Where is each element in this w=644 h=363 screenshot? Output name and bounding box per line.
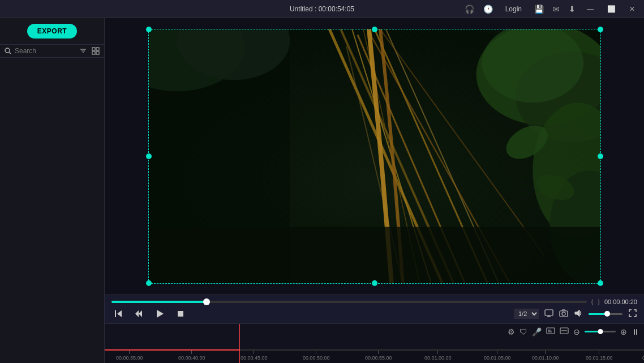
zoom-thumb[interactable] <box>598 329 603 334</box>
ruler-mark-4: 00:00:55:00 <box>365 351 392 361</box>
login-button[interactable]: Login <box>502 4 525 14</box>
skip-start-button[interactable] <box>111 308 125 319</box>
current-time: 00:00:00:20 <box>604 298 637 305</box>
fullscreen-svg <box>628 309 637 318</box>
captions-icon[interactable] <box>546 326 555 337</box>
settings-icon[interactable]: ⚙ <box>508 327 515 336</box>
ruler-mark-1: 00:00:40:00 <box>178 351 205 361</box>
zoom-slider[interactable] <box>585 331 616 332</box>
export-button[interactable]: EXPORT <box>27 24 77 39</box>
save-icon[interactable]: 💾 <box>534 5 544 14</box>
monitor-icon[interactable] <box>544 309 553 319</box>
controls-right: 1/2 1/4 1/1 <box>514 309 637 319</box>
maximize-button[interactable]: ⬜ <box>605 5 618 13</box>
ruler-mark-7: 00:01:10:00 <box>532 351 559 361</box>
preview-container <box>105 18 644 294</box>
ruler-mark-6: 00:01:05:00 <box>484 351 511 361</box>
playback-controls: { } 00:00:00:20 <box>105 294 644 323</box>
fullscreen-icon[interactable] <box>628 309 637 319</box>
search-input[interactable] <box>15 47 76 55</box>
svg-rect-8 <box>96 52 99 54</box>
ruler-mark-3: 00:00:50:00 <box>303 351 330 361</box>
close-button[interactable]: ✕ <box>627 5 637 13</box>
ruler-tick <box>191 351 192 354</box>
title-bar-center: Untitled : 00:00:54:05 <box>290 5 354 13</box>
svg-rect-7 <box>92 52 95 54</box>
svg-rect-37 <box>178 311 183 317</box>
camera-svg <box>559 309 568 318</box>
volume-thumb[interactable] <box>604 311 610 317</box>
svg-marker-35 <box>139 310 142 317</box>
minimize-button[interactable]: — <box>585 5 596 13</box>
ruler-label: 00:00:50:00 <box>303 355 330 361</box>
ruler-mark-0: 00:00:35:00 <box>116 351 143 361</box>
handle-bottom-right[interactable] <box>598 280 603 286</box>
volume-icon[interactable] <box>574 309 583 319</box>
screenshot-icon[interactable] <box>559 309 568 319</box>
pause-timeline-icon[interactable]: ⏸ <box>632 327 639 336</box>
mic-icon[interactable]: 🎤 <box>532 327 542 336</box>
handle-mid-right[interactable] <box>598 153 603 159</box>
ruler-tick <box>437 351 438 354</box>
svg-rect-38 <box>545 310 553 315</box>
timeline-ruler: 00:00:35:00 00:00:40:00 00:00:45:00 00:0… <box>105 351 644 363</box>
svg-rect-6 <box>96 48 99 50</box>
clock-icon[interactable]: 🕐 <box>483 5 493 14</box>
progress-thumb[interactable] <box>203 298 210 305</box>
svg-marker-34 <box>135 310 139 317</box>
handle-mid-bottom[interactable] <box>372 280 377 286</box>
bracket-open: { <box>591 298 594 305</box>
svg-rect-5 <box>92 48 95 50</box>
progress-track[interactable] <box>111 301 587 303</box>
volume-track[interactable] <box>589 313 622 315</box>
handle-mid-left[interactable] <box>146 153 152 159</box>
svg-marker-43 <box>575 310 579 317</box>
play-button[interactable] <box>152 308 167 320</box>
headphones-icon[interactable]: 🎧 <box>465 5 474 14</box>
svg-point-0 <box>5 48 10 53</box>
filter-icon[interactable] <box>79 47 87 55</box>
mail-icon[interactable]: ✉ <box>553 5 560 14</box>
left-panel: EXPORT <box>0 18 105 363</box>
subtitles-icon[interactable] <box>560 326 569 337</box>
play-icon <box>154 309 165 319</box>
jungle-scene <box>149 29 600 283</box>
shield-icon[interactable]: 🛡 <box>520 327 527 336</box>
ruler-label: 00:01:00:00 <box>424 355 452 361</box>
ruler-tick <box>497 351 497 354</box>
download-icon[interactable]: ⬇ <box>569 5 576 14</box>
video-frame <box>148 29 601 284</box>
controls-row: 1/2 1/4 1/1 <box>111 308 637 320</box>
ruler-label: 00:01:15:00 <box>586 355 613 361</box>
svg-line-1 <box>9 52 11 54</box>
handle-top-left[interactable] <box>146 27 152 32</box>
svg-rect-44 <box>547 328 555 334</box>
ruler-tick <box>316 351 316 354</box>
ruler-label: 00:01:10:00 <box>532 355 559 361</box>
quality-select[interactable]: 1/2 1/4 1/1 <box>514 309 539 319</box>
search-bar <box>0 44 104 58</box>
svg-point-42 <box>562 312 565 315</box>
ruler-label: 00:00:55:00 <box>365 355 392 361</box>
frame-back-button[interactable] <box>132 308 145 319</box>
ruler-label: 00:01:05:00 <box>484 355 511 361</box>
ruler-tick <box>545 351 546 354</box>
timeline-area: ⚙ 🛡 🎤 ⊖ <box>105 323 644 363</box>
stop-button[interactable] <box>174 308 187 319</box>
bracket-close: } <box>598 298 600 305</box>
zoom-out-icon[interactable]: ⊖ <box>573 327 580 336</box>
grid-icon[interactable] <box>92 47 100 55</box>
handle-top-right[interactable] <box>598 27 603 32</box>
search-icon <box>5 48 11 54</box>
handle-bottom-left[interactable] <box>146 280 152 286</box>
zoom-in-icon[interactable]: ⊕ <box>620 327 627 336</box>
video-background <box>149 29 600 283</box>
ruler-label: 00:00:40:00 <box>178 355 205 361</box>
ruler-mark-2: 00:00:45:00 <box>241 351 268 361</box>
handle-mid-top[interactable] <box>372 27 377 32</box>
svg-rect-32 <box>115 310 116 317</box>
skip-start-icon <box>114 309 123 318</box>
svg-marker-36 <box>157 310 164 318</box>
ruler-tick <box>129 351 130 354</box>
stop-icon <box>176 309 185 318</box>
